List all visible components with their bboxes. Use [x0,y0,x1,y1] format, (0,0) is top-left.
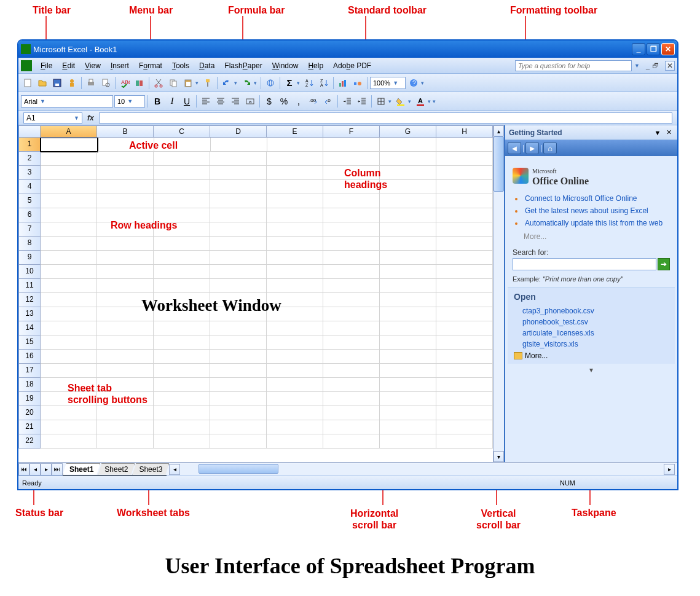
row-header[interactable]: 7 [18,222,41,237]
cell[interactable] [436,350,493,364]
cell[interactable] [267,194,323,208]
menu-tools[interactable]: Tools [167,60,194,71]
cell[interactable] [97,350,154,364]
cell[interactable] [267,222,323,237]
cell[interactable] [97,321,154,335]
cell[interactable] [41,251,97,265]
drawing-icon[interactable] [351,76,364,90]
cell[interactable] [210,237,267,251]
cell[interactable] [210,364,267,378]
row-header[interactable]: 21 [18,420,41,434]
cell[interactable] [267,350,323,364]
cell[interactable] [380,222,436,237]
column-header[interactable]: E [267,125,323,138]
open-icon[interactable] [36,76,49,90]
cell[interactable] [154,237,210,251]
cell[interactable] [323,335,380,350]
title-bar[interactable]: Microsoft Excel - Book1 _ ❐ ✕ [18,41,677,58]
cell[interactable] [380,208,436,222]
cell[interactable] [210,279,267,293]
sheet-first-button[interactable]: ⏮ [18,463,29,476]
cell[interactable] [380,138,436,152]
scroll-thumb[interactable] [494,136,504,192]
cell[interactable] [323,279,380,293]
align-right-icon[interactable] [229,95,242,108]
row-header[interactable]: 19 [18,392,41,406]
cell[interactable] [436,222,493,237]
cell[interactable] [436,251,493,265]
cell[interactable] [97,180,154,194]
cell[interactable] [267,180,323,194]
cell[interactable] [380,265,436,279]
cell[interactable] [267,378,323,392]
cell[interactable] [154,378,210,392]
cell[interactable] [97,406,154,420]
cell[interactable] [154,166,210,180]
cell[interactable] [154,321,210,335]
cell[interactable] [323,237,380,251]
cell[interactable] [41,321,97,335]
cell[interactable] [323,251,380,265]
cell[interactable] [41,335,97,350]
search-go-button[interactable]: ➔ [658,258,670,270]
scroll-thumb[interactable] [199,464,278,474]
recent-file-link[interactable]: ctap3_phonebook.csv [514,305,669,316]
row-header[interactable]: 3 [18,166,41,180]
fx-button[interactable]: fx [87,114,94,122]
cell[interactable] [323,321,380,335]
column-header[interactable]: B [97,125,154,138]
cell[interactable] [323,194,380,208]
cell[interactable] [210,335,267,350]
spelling-icon[interactable]: ABC [118,76,132,90]
bold-button[interactable]: B [151,95,164,108]
help-icon[interactable]: ? [407,76,420,90]
cell[interactable] [41,166,97,180]
zoom-combo[interactable]: 100%▼ [370,77,406,89]
recent-file-link[interactable]: phonebook_test.csv [514,316,669,327]
cell[interactable] [267,251,323,265]
cell[interactable] [323,392,380,406]
taskpane-more-link[interactable]: More... [505,231,677,246]
cell[interactable] [41,152,97,166]
cell[interactable] [436,293,493,307]
cell[interactable] [210,378,267,392]
sheet-tab[interactable]: Sheet2 [98,463,135,475]
cell[interactable] [210,350,267,364]
cell[interactable] [97,434,154,449]
taskpane-link[interactable]: Automatically update this list from the … [525,219,663,227]
cell[interactable] [41,406,97,420]
font-color-icon[interactable]: A [414,95,427,108]
help-search-input[interactable] [515,60,632,71]
save-icon[interactable] [50,76,64,90]
menu-insert[interactable]: Insert [106,60,134,71]
cell[interactable] [267,208,323,222]
hyperlink-icon[interactable] [264,76,277,90]
cell[interactable] [41,434,97,449]
cell[interactable] [323,138,380,152]
cell[interactable] [41,222,97,237]
cell[interactable] [267,237,323,251]
menu-edit[interactable]: Edit [57,60,80,71]
cell[interactable] [210,194,267,208]
cell[interactable] [154,406,210,420]
cell[interactable] [41,307,97,321]
cell[interactable] [436,237,493,251]
cell[interactable] [154,194,210,208]
row-header[interactable]: 6 [18,208,41,222]
increase-indent-icon[interactable] [355,95,369,108]
name-box[interactable]: A1▼ [23,112,82,124]
cell[interactable] [154,251,210,265]
menu-flashpaper[interactable]: FlashPaper [219,60,267,71]
merge-center-icon[interactable]: a [243,95,257,108]
cell[interactable] [267,265,323,279]
cell[interactable] [210,265,267,279]
increase-decimal-icon[interactable]: .00 [307,95,320,108]
horizontal-scrollbar[interactable]: ◂ ▸ [169,464,675,475]
cell[interactable] [380,364,436,378]
row-header[interactable]: 18 [18,378,41,392]
cell[interactable] [436,378,493,392]
cell[interactable] [41,194,97,208]
cell[interactable] [323,434,380,449]
cell[interactable] [41,350,97,364]
decrease-decimal-icon[interactable]: .0 [321,95,335,108]
